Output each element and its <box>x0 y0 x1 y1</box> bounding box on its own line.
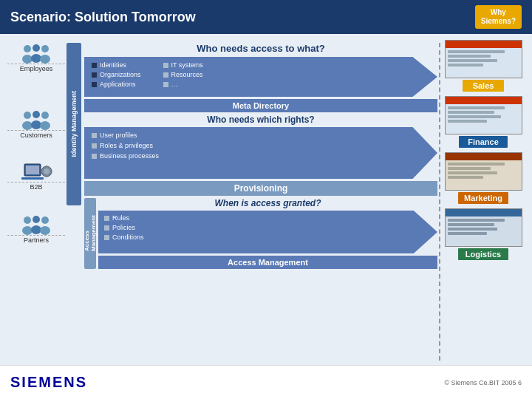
who-rights-title: Who needs which rights? <box>84 115 437 125</box>
svg-rect-18 <box>46 175 47 177</box>
svg-rect-17 <box>46 166 47 168</box>
biz-processes-item: Business processes <box>92 152 415 160</box>
left-icons: Employees Customers <box>7 43 65 244</box>
it-systems-item: IT systems <box>163 61 203 69</box>
logistics-screen <box>445 208 522 247</box>
main-content: Employees Customers <box>0 34 532 365</box>
rights-items: User profiles Roles & privileges Busines… <box>92 132 415 160</box>
left-col: Identities Organizations Applications <box>92 61 141 92</box>
svg-point-3 <box>31 54 41 63</box>
svg-point-7 <box>22 121 33 130</box>
marketing-screen <box>445 152 522 191</box>
content-blocks: Who needs access to what? Identities Org… <box>84 43 437 362</box>
marketing-panel: Marketing <box>442 152 525 204</box>
identity-item: Identities <box>92 61 141 69</box>
bullet-policies <box>104 225 109 231</box>
identity-bar-label: Identity Management <box>70 91 78 157</box>
b2b-icon <box>20 161 52 182</box>
svg-point-25 <box>41 216 49 224</box>
who-access-arrow: Identities Organizations Applications IT… <box>84 57 437 97</box>
svg-point-23 <box>33 216 40 223</box>
svg-point-8 <box>33 111 40 118</box>
svg-point-4 <box>41 45 49 52</box>
svg-rect-20 <box>50 171 52 172</box>
logistics-label: Logistics <box>458 248 508 260</box>
svg-point-6 <box>24 112 31 119</box>
access-bar-label: AccessManagement <box>83 216 97 252</box>
marketing-label: Marketing <box>458 192 508 204</box>
footer-copy: © Siemens Ce.BIT 2005 6 <box>444 379 522 386</box>
conditions-item: Conditions <box>104 233 419 241</box>
logistics-panel: Logistics <box>442 208 525 260</box>
resources-item: Resources <box>163 71 203 78</box>
who-needs-title: Who needs access to what? <box>84 43 437 54</box>
applications-item: Applications <box>92 81 141 88</box>
svg-point-22 <box>22 226 33 235</box>
finance-label: Finance <box>459 136 508 148</box>
header: Scenario: Solution Tomorrow Why Siemens? <box>0 0 532 34</box>
sales-label: Sales <box>463 80 505 92</box>
finance-panel: Finance <box>442 96 525 148</box>
svg-point-10 <box>41 112 49 119</box>
bullet-roles <box>92 143 97 149</box>
roles-item: Roles & privileges <box>92 142 415 149</box>
access-items: Rules Policies Conditions <box>104 214 419 241</box>
svg-point-24 <box>31 225 41 234</box>
customers-group: Customers <box>7 109 65 139</box>
bullet-organizations <box>92 72 97 78</box>
sales-screen <box>445 40 522 78</box>
access-arrow: Rules Policies Conditions <box>98 211 437 253</box>
customers-label: Customers <box>7 130 65 139</box>
svg-point-16 <box>44 168 50 174</box>
customers-icon <box>20 109 52 130</box>
partners-group: Partners <box>7 214 65 244</box>
svg-point-0 <box>24 45 31 52</box>
finance-screen <box>445 96 522 134</box>
svg-point-9 <box>31 120 41 129</box>
bullet-rules <box>104 216 109 221</box>
svg-point-11 <box>40 121 50 130</box>
when-granted-title: When is access granted? <box>98 198 437 208</box>
rules-item: Rules <box>104 214 419 222</box>
page-title: Scenario: Solution Tomorrow <box>10 10 196 25</box>
b2b-group: B2B <box>7 161 65 191</box>
employees-label: Employees <box>7 64 65 72</box>
policies-item: Policies <box>104 224 419 231</box>
svg-point-26 <box>40 226 50 235</box>
identity-bar: Identity Management <box>66 43 81 205</box>
why-badge: Why Siemens? <box>475 5 522 29</box>
rights-arrow: User profiles Roles & privileges Busines… <box>84 127 437 179</box>
bottom-area: AccessManagement When is access granted?… <box>84 198 437 269</box>
sales-panel: Sales <box>442 40 525 92</box>
organizations-item: Organizations <box>92 71 141 78</box>
right-col: IT systems Resources … <box>163 61 203 92</box>
svg-rect-19 <box>41 171 43 172</box>
footer: SIEMENS © Siemens Ce.BIT 2005 6 <box>0 365 532 399</box>
svg-point-21 <box>24 216 31 224</box>
provisioning-bar: Provisioning <box>84 181 437 196</box>
employees-icon <box>20 43 52 64</box>
ellipsis-item: … <box>163 81 203 88</box>
svg-point-1 <box>22 55 33 64</box>
siemens-logo: SIEMENS <box>10 374 87 391</box>
bullet-identities <box>92 63 97 68</box>
bullet-it <box>163 63 168 68</box>
b2b-label: B2B <box>7 182 65 191</box>
svg-point-2 <box>33 44 40 52</box>
partners-icon <box>20 214 52 235</box>
dashed-separator <box>439 43 440 361</box>
access-mgmt-bottom-bar: Access Management <box>98 256 437 269</box>
bullet-ellipsis <box>163 82 168 87</box>
svg-rect-14 <box>21 177 44 180</box>
bullet-user-profiles <box>92 133 97 138</box>
bullet-conditions <box>104 235 109 240</box>
bullet-resources <box>163 72 168 78</box>
access-content: When is access granted? Rules Policies <box>98 198 437 269</box>
meta-dir-bar: Meta Directory <box>84 99 437 112</box>
employees-group: Employees <box>7 43 65 72</box>
svg-point-5 <box>40 55 50 64</box>
svg-rect-13 <box>26 166 39 174</box>
right-panels: Sales Finance <box>442 40 525 260</box>
bullet-applications <box>92 82 97 87</box>
bullet-biz <box>92 154 97 159</box>
